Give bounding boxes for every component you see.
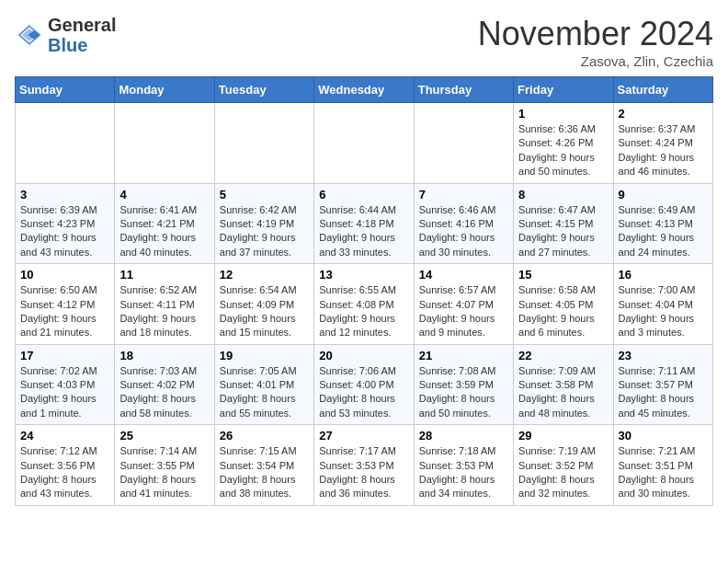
- calendar-cell: 10Sunrise: 6:50 AM Sunset: 4:12 PM Dayli…: [16, 264, 115, 345]
- title-block: November 2024 Zasova, Zlin, Czechia: [478, 15, 713, 69]
- day-info: Sunrise: 6:50 AM Sunset: 4:12 PM Dayligh…: [20, 283, 109, 340]
- calendar-cell: [314, 103, 414, 184]
- day-number: 19: [220, 349, 309, 362]
- calendar-week-row: 1Sunrise: 6:36 AM Sunset: 4:26 PM Daylig…: [16, 103, 713, 184]
- day-number: 12: [220, 268, 309, 282]
- day-number: 20: [319, 349, 408, 362]
- subtitle: Zasova, Zlin, Czechia: [478, 53, 713, 69]
- calendar-table: SundayMondayTuesdayWednesdayThursdayFrid…: [15, 76, 713, 506]
- day-info: Sunrise: 6:46 AM Sunset: 4:16 PM Dayligh…: [419, 203, 508, 260]
- day-number: 8: [518, 188, 608, 201]
- calendar-cell: 5Sunrise: 6:42 AM Sunset: 4:19 PM Daylig…: [214, 183, 313, 264]
- calendar-cell: 11Sunrise: 6:52 AM Sunset: 4:11 PM Dayli…: [115, 264, 214, 345]
- calendar-cell: 22Sunrise: 7:09 AM Sunset: 3:58 PM Dayli…: [514, 344, 613, 425]
- day-info: Sunrise: 7:09 AM Sunset: 3:58 PM Dayligh…: [518, 364, 608, 421]
- day-number: 10: [20, 268, 109, 282]
- day-info: Sunrise: 7:15 AM Sunset: 3:54 PM Dayligh…: [220, 444, 309, 501]
- day-number: 29: [518, 429, 608, 442]
- day-number: 18: [119, 349, 209, 362]
- day-number: 30: [619, 429, 708, 442]
- calendar-cell: 26Sunrise: 7:15 AM Sunset: 3:54 PM Dayli…: [214, 425, 313, 506]
- day-info: Sunrise: 6:47 AM Sunset: 4:15 PM Dayligh…: [518, 203, 608, 260]
- day-info: Sunrise: 7:05 AM Sunset: 4:01 PM Dayligh…: [220, 364, 309, 421]
- calendar-cell: [214, 103, 313, 184]
- day-info: Sunrise: 7:11 AM Sunset: 3:57 PM Dayligh…: [619, 364, 708, 421]
- day-info: Sunrise: 7:12 AM Sunset: 3:56 PM Dayligh…: [20, 444, 109, 501]
- weekday-header: Sunday: [16, 77, 115, 103]
- day-info: Sunrise: 6:52 AM Sunset: 4:11 PM Dayligh…: [119, 283, 209, 340]
- calendar-cell: 3Sunrise: 6:39 AM Sunset: 4:23 PM Daylig…: [16, 183, 115, 264]
- day-number: 22: [518, 349, 608, 362]
- calendar-cell: [115, 103, 214, 184]
- day-number: 27: [319, 429, 408, 442]
- day-number: 11: [119, 268, 209, 282]
- day-number: 25: [119, 429, 209, 442]
- day-number: 6: [319, 188, 408, 201]
- day-info: Sunrise: 6:41 AM Sunset: 4:21 PM Dayligh…: [119, 203, 209, 260]
- logo: General Blue: [15, 15, 116, 55]
- calendar-cell: 28Sunrise: 7:18 AM Sunset: 3:53 PM Dayli…: [414, 425, 513, 506]
- calendar-cell: 8Sunrise: 6:47 AM Sunset: 4:15 PM Daylig…: [514, 183, 613, 264]
- calendar-cell: 25Sunrise: 7:14 AM Sunset: 3:55 PM Dayli…: [115, 425, 214, 506]
- calendar-cell: 6Sunrise: 6:44 AM Sunset: 4:18 PM Daylig…: [314, 183, 414, 264]
- weekday-header: Friday: [514, 77, 613, 103]
- day-info: Sunrise: 7:17 AM Sunset: 3:53 PM Dayligh…: [319, 444, 408, 501]
- day-info: Sunrise: 7:21 AM Sunset: 3:51 PM Dayligh…: [619, 444, 708, 501]
- calendar-cell: 21Sunrise: 7:08 AM Sunset: 3:59 PM Dayli…: [414, 344, 513, 425]
- day-number: 9: [619, 188, 708, 201]
- calendar-week-row: 17Sunrise: 7:02 AM Sunset: 4:03 PM Dayli…: [16, 344, 713, 425]
- calendar-cell: 14Sunrise: 6:57 AM Sunset: 4:07 PM Dayli…: [414, 264, 513, 345]
- day-info: Sunrise: 7:06 AM Sunset: 4:00 PM Dayligh…: [319, 364, 408, 421]
- weekday-header: Thursday: [414, 77, 513, 103]
- calendar-week-row: 10Sunrise: 6:50 AM Sunset: 4:12 PM Dayli…: [16, 264, 713, 345]
- day-number: 4: [119, 188, 209, 201]
- calendar-cell: 13Sunrise: 6:55 AM Sunset: 4:08 PM Dayli…: [314, 264, 414, 345]
- calendar-cell: 23Sunrise: 7:11 AM Sunset: 3:57 PM Dayli…: [613, 344, 712, 425]
- calendar-cell: 27Sunrise: 7:17 AM Sunset: 3:53 PM Dayli…: [314, 425, 414, 506]
- day-info: Sunrise: 7:18 AM Sunset: 3:53 PM Dayligh…: [419, 444, 508, 501]
- day-number: 21: [419, 349, 508, 362]
- day-info: Sunrise: 7:14 AM Sunset: 3:55 PM Dayligh…: [119, 444, 209, 501]
- day-number: 13: [319, 268, 408, 282]
- day-info: Sunrise: 7:00 AM Sunset: 4:04 PM Dayligh…: [619, 283, 708, 340]
- day-info: Sunrise: 6:58 AM Sunset: 4:05 PM Dayligh…: [518, 283, 608, 340]
- day-number: 1: [518, 107, 608, 121]
- day-number: 2: [619, 107, 708, 121]
- day-info: Sunrise: 6:42 AM Sunset: 4:19 PM Dayligh…: [220, 203, 309, 260]
- weekday-header: Wednesday: [314, 77, 414, 103]
- day-number: 7: [419, 188, 508, 201]
- calendar-cell: 1Sunrise: 6:36 AM Sunset: 4:26 PM Daylig…: [514, 103, 613, 184]
- calendar-cell: 15Sunrise: 6:58 AM Sunset: 4:05 PM Dayli…: [514, 264, 613, 345]
- day-info: Sunrise: 6:39 AM Sunset: 4:23 PM Dayligh…: [20, 203, 109, 260]
- calendar-cell: 24Sunrise: 7:12 AM Sunset: 3:56 PM Dayli…: [16, 425, 115, 506]
- weekday-header: Tuesday: [214, 77, 313, 103]
- weekday-header: Monday: [115, 77, 214, 103]
- day-info: Sunrise: 7:03 AM Sunset: 4:02 PM Dayligh…: [119, 364, 209, 421]
- logo-icon: [15, 20, 44, 50]
- month-title: November 2024: [478, 15, 713, 53]
- day-number: 23: [619, 349, 708, 362]
- day-number: 26: [220, 429, 309, 442]
- logo-blue: Blue: [48, 35, 87, 55]
- day-number: 14: [419, 268, 508, 282]
- calendar-cell: 17Sunrise: 7:02 AM Sunset: 4:03 PM Dayli…: [16, 344, 115, 425]
- day-number: 15: [518, 268, 608, 282]
- logo-text: General Blue: [48, 15, 116, 55]
- day-info: Sunrise: 7:02 AM Sunset: 4:03 PM Dayligh…: [20, 364, 109, 421]
- calendar-cell: 18Sunrise: 7:03 AM Sunset: 4:02 PM Dayli…: [115, 344, 214, 425]
- calendar-cell: 20Sunrise: 7:06 AM Sunset: 4:00 PM Dayli…: [314, 344, 414, 425]
- day-number: 17: [20, 349, 109, 362]
- page-header: General Blue November 2024 Zasova, Zlin,…: [15, 15, 713, 69]
- day-number: 5: [220, 188, 309, 201]
- calendar-cell: 7Sunrise: 6:46 AM Sunset: 4:16 PM Daylig…: [414, 183, 513, 264]
- calendar-cell: [414, 103, 513, 184]
- day-info: Sunrise: 7:08 AM Sunset: 3:59 PM Dayligh…: [419, 364, 508, 421]
- day-info: Sunrise: 7:19 AM Sunset: 3:52 PM Dayligh…: [518, 444, 608, 501]
- day-info: Sunrise: 6:37 AM Sunset: 4:24 PM Dayligh…: [619, 122, 708, 179]
- calendar-cell: [16, 103, 115, 184]
- calendar-cell: 4Sunrise: 6:41 AM Sunset: 4:21 PM Daylig…: [115, 183, 214, 264]
- day-number: 28: [419, 429, 508, 442]
- day-info: Sunrise: 6:44 AM Sunset: 4:18 PM Dayligh…: [319, 203, 408, 260]
- calendar-cell: 16Sunrise: 7:00 AM Sunset: 4:04 PM Dayli…: [613, 264, 712, 345]
- day-info: Sunrise: 6:36 AM Sunset: 4:26 PM Dayligh…: [518, 122, 608, 179]
